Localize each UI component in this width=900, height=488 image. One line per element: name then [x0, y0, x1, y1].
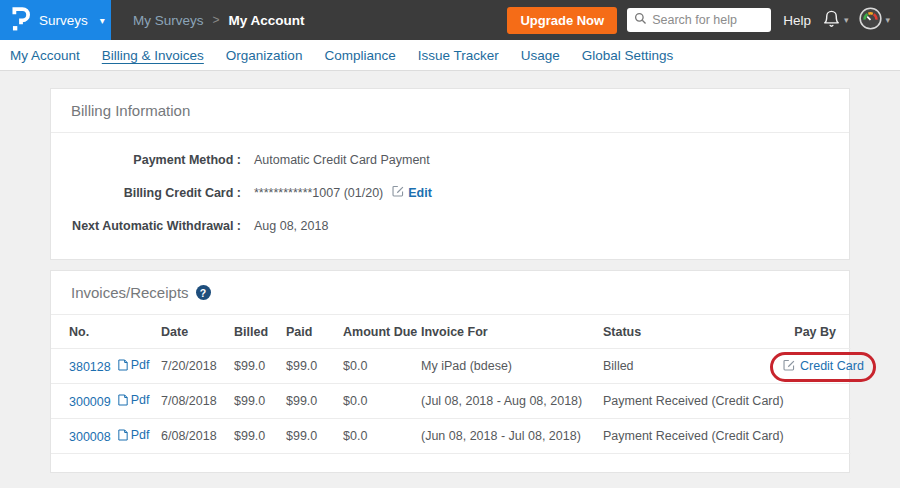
pdf-link[interactable]: Pdf [118, 393, 150, 407]
next-withdrawal-row: Next Automatic Withdrawal : Aug 08, 2018 [51, 217, 849, 235]
column-header-billed: Billed [234, 315, 286, 349]
account-menu[interactable]: ▾ [859, 7, 890, 33]
invoice-status: Payment Received (Credit Card) [603, 384, 783, 419]
credit-card-link-label: Credit Card [800, 359, 864, 373]
invoice-for: My iPad (bdese) [421, 349, 603, 384]
invoice-billed: $99.0 [234, 349, 286, 384]
payment-method-row: Payment Method : Automatic Credit Card P… [51, 151, 849, 169]
breadcrumb-my-surveys[interactable]: My Surveys [133, 13, 204, 28]
billing-information-body: Payment Method : Automatic Credit Card P… [51, 133, 849, 259]
pdf-link-label: Pdf [131, 393, 150, 407]
invoice-status: Payment Received (Credit Card) [603, 419, 783, 454]
invoice-date: 6/08/2018 [161, 419, 234, 454]
pay-by-credit-card-link[interactable]: Credit Card [783, 359, 864, 374]
invoices-receipts-title-row: Invoices/Receipts ? [51, 271, 849, 315]
edit-link-label: Edit [408, 184, 432, 202]
table-row: 380128Pdf 7/20/2018 $99.0 $99.0 $0.0 My … [51, 349, 851, 384]
billing-credit-card-row: Billing Credit Card : ************1007 (… [51, 184, 849, 202]
help-question-icon[interactable]: ? [196, 285, 211, 300]
help-search-box[interactable] [627, 8, 771, 32]
breadcrumb: My Surveys > My Account [133, 13, 305, 28]
edit-pencil-icon [392, 184, 404, 202]
billing-credit-card-value: ************1007 (01/20) [254, 184, 383, 202]
bell-icon [822, 9, 841, 31]
invoice-for: (Jul 08, 2018 - Aug 08, 2018) [421, 384, 603, 419]
invoice-date: 7/20/2018 [161, 349, 234, 384]
tab-usage[interactable]: Usage [521, 48, 560, 63]
product-menu[interactable]: Surveys ▾ [0, 0, 111, 40]
top-bar: Surveys ▾ My Surveys > My Account Upgrad… [0, 0, 900, 40]
column-header-date: Date [161, 315, 234, 349]
invoices-receipts-panel: Invoices/Receipts ? No. Date Billed Paid… [50, 270, 850, 473]
invoice-pay-by [783, 384, 851, 419]
table-header-row: No. Date Billed Paid Amount Due Invoice … [51, 315, 851, 349]
chevron-down-icon: ▾ [885, 15, 890, 25]
chevron-down-icon: ▾ [844, 15, 849, 25]
account-nav: My Account Billing & Invoices Organizati… [0, 40, 900, 71]
breadcrumb-separator: > [213, 13, 220, 27]
invoices-receipts-title: Invoices/Receipts [71, 284, 189, 301]
invoice-pay-by [783, 419, 851, 454]
search-icon [634, 12, 647, 28]
tab-my-account[interactable]: My Account [10, 48, 80, 63]
column-header-paid: Paid [286, 315, 343, 349]
page-content: Billing Information Payment Method : Aut… [0, 71, 900, 473]
tab-compliance[interactable]: Compliance [324, 48, 395, 63]
invoice-amount-due: $0.0 [343, 349, 421, 384]
invoice-billed: $99.0 [234, 419, 286, 454]
invoice-for: (Jun 08, 2018 - Jul 08, 2018) [421, 419, 603, 454]
invoice-billed: $99.0 [234, 384, 286, 419]
invoice-paid: $99.0 [286, 384, 343, 419]
avatar [859, 7, 882, 33]
tab-organization[interactable]: Organization [226, 48, 303, 63]
tab-global-settings[interactable]: Global Settings [582, 48, 674, 63]
table-row: 300009Pdf 7/08/2018 $99.0 $99.0 $0.0 (Ju… [51, 384, 851, 419]
pdf-link-label: Pdf [131, 428, 150, 442]
tab-issue-tracker[interactable]: Issue Tracker [418, 48, 499, 63]
next-withdrawal-label: Next Automatic Withdrawal : [51, 217, 241, 235]
billing-credit-card-label: Billing Credit Card : [51, 184, 241, 202]
invoice-paid: $99.0 [286, 349, 343, 384]
edit-pencil-icon [783, 359, 795, 374]
upgrade-now-button[interactable]: Upgrade Now [507, 7, 617, 34]
column-header-amount-due: Amount Due [343, 315, 421, 349]
payment-method-label: Payment Method : [51, 151, 241, 169]
invoice-number-link[interactable]: 300009 [69, 395, 111, 409]
chevron-down-icon: ▾ [100, 15, 105, 26]
search-input[interactable] [652, 13, 765, 27]
column-header-invoice-for: Invoice For [421, 315, 603, 349]
invoice-date: 7/08/2018 [161, 384, 234, 419]
topbar-actions: Upgrade Now Help ▾ [507, 7, 900, 34]
invoice-amount-due: $0.0 [343, 384, 421, 419]
breadcrumb-current: My Account [229, 13, 305, 28]
questionpro-logo-icon [12, 6, 30, 34]
column-header-no: No. [51, 315, 161, 349]
invoice-number-link[interactable]: 380128 [69, 360, 111, 374]
column-header-status: Status [603, 315, 783, 349]
billing-information-title: Billing Information [51, 89, 849, 133]
edit-credit-card-button[interactable]: Edit [392, 184, 432, 202]
column-header-pay-by: Pay By [783, 315, 851, 349]
invoice-paid: $99.0 [286, 419, 343, 454]
notifications-menu[interactable]: ▾ [822, 9, 849, 31]
pdf-link-label: Pdf [131, 358, 150, 372]
invoices-table: No. Date Billed Paid Amount Due Invoice … [51, 315, 851, 454]
invoice-number-link[interactable]: 300008 [69, 430, 111, 444]
tab-billing-invoices[interactable]: Billing & Invoices [102, 48, 204, 63]
panel-bottom-spacer [51, 454, 849, 472]
pdf-link[interactable]: Pdf [118, 358, 150, 372]
billing-information-panel: Billing Information Payment Method : Aut… [50, 88, 850, 260]
payment-method-value: Automatic Credit Card Payment [254, 151, 430, 169]
invoice-amount-due: $0.0 [343, 419, 421, 454]
next-withdrawal-value: Aug 08, 2018 [254, 217, 328, 235]
invoice-status: Billed [603, 349, 783, 384]
table-row: 300008Pdf 6/08/2018 $99.0 $99.0 $0.0 (Ju… [51, 419, 851, 454]
product-menu-label: Surveys [39, 13, 88, 28]
pdf-link[interactable]: Pdf [118, 428, 150, 442]
help-link[interactable]: Help [783, 13, 811, 28]
